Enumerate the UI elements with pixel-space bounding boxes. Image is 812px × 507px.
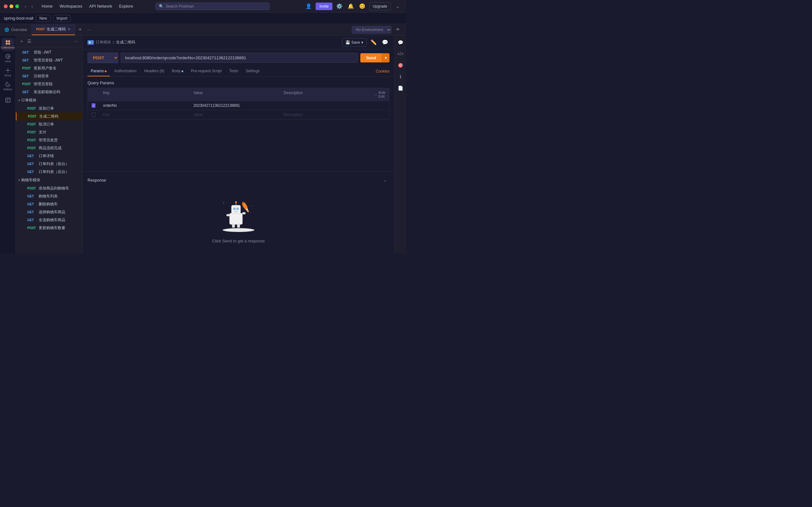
param-key[interactable]: orderNo [99,101,190,110]
bulk-edit-button[interactable]: Bulk Edit [379,91,386,98]
more-actions-icon[interactable]: ··· [374,92,377,97]
list-item[interactable]: POST 更新购物车数量 [16,224,82,232]
sidebar-history-icon[interactable]: History [2,80,14,93]
tab-close-icon[interactable]: ✕ [67,27,70,32]
param-row: ✓ orderNo 202304271136212213889​1 [88,101,389,110]
svg-rect-16 [226,214,230,216]
sidebar-apis-icon[interactable]: APIs [2,52,14,65]
add-tab-button[interactable]: + [75,26,85,33]
cookies-link[interactable]: Cookies [376,69,390,73]
nav-workspaces[interactable]: Workspaces [56,2,85,10]
avatar-icon[interactable]: 👤 [304,2,313,11]
user-icon[interactable]: 😊 [358,2,367,11]
more-tabs-button[interactable]: ··· [85,27,94,32]
method-tag: GET [27,162,38,166]
list-item[interactable]: POST 取消订单 [16,120,82,128]
list-item-active[interactable]: POST 生成二维码 [16,112,82,120]
sidebar-environments-icon[interactable]: Envs [2,66,14,78]
tab-overview[interactable]: 🌐 Overview [0,24,32,35]
right-docs-icon[interactable]: 📄 [396,83,405,93]
settings-icon[interactable]: ⚙️ [335,2,344,11]
list-item[interactable]: POST 添加订单 [16,105,82,112]
list-item[interactable]: POST 添加商品到购物车 [16,184,82,192]
new-button[interactable]: New [36,15,50,22]
section-header-cart[interactable]: ▾ 购物车模块 [16,176,82,184]
tab-request-label: 生成二维码 [47,26,66,32]
edit-icon[interactable]: ✏️ [369,38,378,47]
tab-body[interactable]: Body [169,66,187,76]
import-button[interactable]: Import [53,15,71,22]
apis-label: APIs [5,60,11,63]
list-item[interactable]: GET 选择购物车商品 [16,208,82,216]
tab-params[interactable]: Params [88,66,110,76]
col-header-value: Value [190,88,280,101]
response-collapse-icon[interactable]: ⌄ [380,176,390,184]
right-comment-icon[interactable]: 💬 [396,38,405,47]
sidebar-mock-icon[interactable] [2,94,14,107]
param-key-placeholder[interactable]: Key [99,110,190,119]
env-settings-icon[interactable]: 👁 [393,25,402,34]
row-check[interactable]: ✓ [88,101,99,110]
item-label: 订单详情 [39,153,54,159]
invite-button[interactable]: Invite [316,3,333,10]
save-button[interactable]: 💾 Save ▾ [342,38,367,47]
comment-icon[interactable]: 💬 [380,38,390,47]
send-button[interactable]: Send [360,53,382,62]
param-value[interactable]: 202304271136212213889​1 [190,101,280,110]
right-code-icon[interactable]: </> [396,49,405,58]
list-item[interactable]: GET 购物车列表 [16,192,82,200]
section-header-order[interactable]: ▾ 订单模块 [16,96,82,105]
more-icon[interactable]: ⌄ [393,2,402,11]
send-dropdown-button[interactable]: ▾ [382,53,390,62]
sidebar-collections-icon[interactable]: Collections [2,38,14,51]
filter-button[interactable]: ☰ [26,38,33,44]
list-item[interactable]: POST 商品流程完成 [16,144,82,152]
list-item[interactable]: POST 更新用户签名 [16,64,82,72]
list-item[interactable]: POST 支付 [16,128,82,136]
add-collection-button[interactable]: + [19,38,24,44]
method-tag: POST [22,66,32,70]
tab-tests[interactable]: Tests [226,66,241,76]
back-button[interactable]: ‹ [23,3,28,10]
nav-home[interactable]: Home [38,2,56,10]
collections-sidebar: + ☰ ··· GET 登陆 -JWT GET 管理员登陆 -JWT POST … [16,36,83,253]
url-input[interactable] [121,53,358,63]
nav-api-network[interactable]: API Network [86,2,115,10]
tab-authorization[interactable]: Authorization [111,66,140,76]
notifications-icon[interactable]: 🔔 [346,2,355,11]
list-item[interactable]: GET 登陆 -JWT [16,49,82,56]
list-item[interactable]: GET 订单列表（前台） [16,160,82,168]
tab-active-request[interactable]: POST 生成二维码 ✕ [32,24,75,35]
param-desc[interactable] [280,103,370,108]
list-item[interactable]: GET 注销登录 [16,72,82,80]
checkbox-empty[interactable] [92,112,96,117]
list-item[interactable]: GET 订单详情 [16,152,82,160]
list-item[interactable]: GET 管理员登陆 -JWT [16,56,82,64]
list-item[interactable]: GET 订单列表（后台） [16,168,82,176]
tab-settings[interactable]: Settings [243,66,263,76]
search-bar[interactable]: 🔍 Search Postman [155,3,270,10]
right-target-icon[interactable]: 🎯 [396,61,405,70]
maximize-traffic-light[interactable] [15,4,19,8]
tab-pre-request[interactable]: Pre-request Script [188,66,225,76]
method-select[interactable]: POST GET PUT DELETE [88,53,118,63]
list-item[interactable]: GET 全选购物车商品 [16,216,82,224]
tab-headers[interactable]: Headers (8) [141,66,167,76]
item-label: 管理员发货 [39,137,58,143]
nav-explore[interactable]: Explore [116,2,136,10]
close-traffic-light[interactable] [4,4,8,8]
sidebar-more-button[interactable]: ··· [72,38,79,44]
list-item[interactable]: GET 删除购物车 [16,200,82,208]
sidebar-list: GET 登陆 -JWT GET 管理员登陆 -JWT POST 更新用户签名 G… [16,47,82,253]
param-desc-placeholder[interactable]: Description [280,110,370,119]
environment-dropdown[interactable]: No Environment [352,26,392,34]
upgrade-button[interactable]: Upgrade [369,2,391,10]
minimize-traffic-light[interactable] [9,4,13,8]
list-item[interactable]: POST 管理员发货 [16,136,82,144]
param-value-placeholder[interactable]: Value [190,110,280,119]
section-title: 购物车模块 [21,177,40,183]
forward-button[interactable]: › [30,3,35,10]
list-item[interactable]: POST 管理员登陆 [16,80,82,88]
list-item[interactable]: GET 发送邮箱验证码 [16,88,82,96]
right-info-icon[interactable]: ℹ [396,72,405,81]
